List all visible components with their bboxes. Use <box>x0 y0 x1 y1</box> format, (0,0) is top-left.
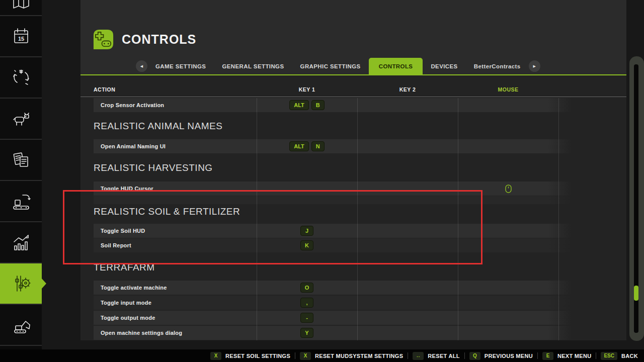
key1-cell: - <box>257 311 357 325</box>
key-badge: O <box>300 283 314 293</box>
table-row[interactable]: Soil ReportK <box>94 238 572 252</box>
gamepad-icon <box>92 28 115 51</box>
hotkey-badge: X <box>210 352 221 360</box>
sidebar-item-map[interactable] <box>0 0 42 16</box>
mouse-cell <box>458 182 558 196</box>
bottom-bar-divider <box>537 352 538 359</box>
table-row[interactable]: Toggle activate machineO <box>94 281 572 295</box>
column-divider <box>257 98 257 340</box>
tab-bettercontracts[interactable]: BetterContracts <box>466 58 529 74</box>
tabs-next-button[interactable]: ▶ <box>529 60 540 72</box>
controls-table: ACTION KEY 1 KEY 2 MOUSE Crop Sensor Act… <box>80 75 626 340</box>
construction-icon <box>11 314 32 335</box>
tab-bar: ◀ GAME SETTINGSGENERAL SETTINGSGRAPHIC S… <box>80 58 626 74</box>
key-badge: K <box>300 240 313 250</box>
table-row[interactable]: Open Animal Naming UIALTN <box>94 139 572 153</box>
hotkey-badge: ESC <box>601 352 617 360</box>
hotkey-badge: X <box>300 352 311 360</box>
calendar-icon: 15 <box>11 26 32 47</box>
bottom-bar-divider <box>596 352 596 359</box>
tab-devices[interactable]: DEVICES <box>423 58 465 74</box>
bottom-bar-item-back[interactable]: ESCBACK <box>601 352 638 360</box>
column-divider <box>357 98 358 340</box>
animals-icon <box>11 108 32 129</box>
section-title: REALISTIC ANIMAL NAMES <box>94 119 222 134</box>
sidebar-item-statistics[interactable] <box>0 222 42 263</box>
tab-game-settings[interactable]: GAME SETTINGS <box>147 58 214 74</box>
key-badge: - <box>300 313 313 323</box>
hotkey-badge: ↔ <box>413 352 424 360</box>
key1-cell: ALTN <box>257 139 357 153</box>
bottom-bar-item-reset-soil-settings[interactable]: XRESET SOIL SETTINGS <box>210 352 290 360</box>
key1-cell: O <box>257 281 357 295</box>
bottom-bar-item-reset-all[interactable]: ↔RESET ALL <box>413 352 459 360</box>
map-icon <box>11 0 32 12</box>
scrollbar-thumb[interactable] <box>634 286 638 301</box>
key1-cell: , <box>257 296 357 310</box>
sidebar-item-construction[interactable] <box>0 305 42 346</box>
key1-cell: Y <box>257 326 357 340</box>
page-title: CONTROLS <box>122 32 196 47</box>
hotkey-badge: E <box>542 352 553 360</box>
sidebar-item-crop-rotation[interactable] <box>0 57 42 99</box>
bottom-bar-divider <box>408 352 408 359</box>
key1-cell: J <box>257 224 357 238</box>
scrollbar-track[interactable] <box>634 64 638 333</box>
tab-graphic-settings[interactable]: GRAPHIC SETTINGS <box>292 58 369 74</box>
table-row[interactable]: Crop Sensor ActivationALTB <box>94 98 572 112</box>
column-header-mouse: MOUSE <box>458 86 558 95</box>
bottom-bar: XRESET SOIL SETTINGSXRESET MUDSYSTEM SET… <box>0 349 644 362</box>
hotkey-label: RESET MUDSYSTEM SETTINGS <box>315 353 403 359</box>
bottom-bar-item-next-menu[interactable]: ENEXT MENU <box>542 352 591 360</box>
table-row[interactable]: Toggle input mode, <box>94 296 572 310</box>
section-title: REALISTIC SOIL & FERTILIZER <box>94 204 240 219</box>
tab-general-settings[interactable]: GENERAL SETTINGS <box>214 58 292 74</box>
table-row[interactable]: Toggle Soil HUDJ <box>94 224 572 238</box>
sidebar-item-animals[interactable] <box>0 99 42 140</box>
tab-controls[interactable]: CONTROLS <box>369 58 423 74</box>
bottom-bar-item-previous-menu[interactable]: QPREVIOUS MENU <box>469 352 533 360</box>
table-row[interactable]: Toggle output mode- <box>94 311 572 325</box>
key-badge: J <box>300 226 313 236</box>
hotkey-label: RESET ALL <box>428 353 459 359</box>
column-header-key1: KEY 1 <box>257 86 357 95</box>
sidebar-item-calendar[interactable]: 15 <box>0 16 42 57</box>
key-badge: B <box>311 100 325 110</box>
key-badge: ALT <box>289 141 309 151</box>
production-icon <box>11 191 32 212</box>
svg-text:15: 15 <box>18 36 24 42</box>
column-divider <box>558 98 559 340</box>
column-header-key2: KEY 2 <box>357 86 458 95</box>
panel-top: CONTROLS ◀ GAME SETTINGSGENERAL SETTINGS… <box>80 0 626 74</box>
table-row[interactable]: Toggle HUD Cursor <box>94 182 572 196</box>
sidebar-item-contracts[interactable] <box>0 140 42 181</box>
bottom-bar-divider <box>295 352 295 359</box>
table-row-empty <box>94 196 572 204</box>
key-badge: Y <box>300 328 313 338</box>
bottom-bar-divider <box>464 352 465 359</box>
key1-cell: K <box>257 238 357 252</box>
header-divider <box>80 97 626 97</box>
hotkey-label: PREVIOUS MENU <box>485 353 533 359</box>
key-badge: ALT <box>289 100 309 110</box>
table-row[interactable]: Open machine settings dialogY <box>94 326 572 340</box>
scrollbar <box>629 56 644 341</box>
statistics-icon <box>11 232 32 253</box>
mouse-icon <box>505 185 512 193</box>
column-divider <box>458 98 458 340</box>
key-badge: N <box>311 141 325 151</box>
contracts-icon <box>11 149 32 170</box>
bottom-bar-item-reset-mudsystem-settings[interactable]: XRESET MUDSYSTEM SETTINGS <box>300 352 403 360</box>
column-header-action: ACTION <box>94 86 115 95</box>
key-badge: , <box>300 298 313 308</box>
key1-cell: ALTB <box>257 98 357 112</box>
tabs-prev-button[interactable]: ◀ <box>136 60 147 72</box>
hotkey-label: NEXT MENU <box>557 353 591 359</box>
crop-rotation-icon <box>11 67 32 88</box>
sidebar-item-settings[interactable] <box>0 263 42 305</box>
sidebar-item-production[interactable] <box>0 181 42 222</box>
hotkey-label: RESET SOIL SETTINGS <box>225 353 290 359</box>
section-title: REALISTIC HARVESTING <box>94 160 213 175</box>
hotkey-badge: Q <box>469 352 480 360</box>
controls-settings-screen: 15 CONTROLS ◀ GAME SETTINGSGENERAL SETTI… <box>0 0 644 362</box>
